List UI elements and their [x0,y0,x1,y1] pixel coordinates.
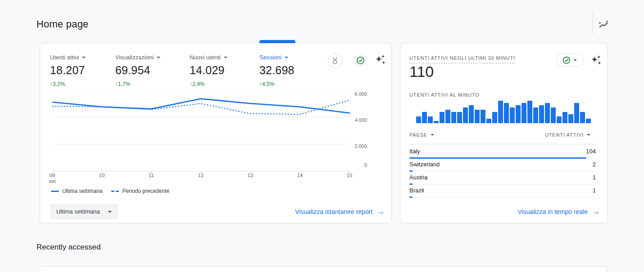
y-axis-tick-label: 0 [364,162,367,168]
metric-value: 18.207 [50,64,86,77]
insights-sparkle-icon[interactable] [373,54,386,67]
minute-bar[interactable] [586,119,591,123]
country-table: Italy 104 Switzerland 2 Austria 1 Brazil… [409,146,596,198]
metric-label: Visualizzazioni [115,54,154,61]
country-name: Austria [409,174,427,181]
data-quality-check-icon [562,56,571,64]
legend-label: Periodo precedente [122,188,169,194]
insights-sparkle-icon[interactable] [589,54,603,67]
metric-delta: 3,2% [53,81,65,87]
minute-bar[interactable] [562,112,567,123]
minute-bar[interactable] [527,101,532,123]
metric-value: 32.698 [259,64,295,77]
insights-sparkline-icon [597,18,610,31]
minute-bar[interactable] [445,110,450,123]
minute-bar[interactable] [416,116,421,123]
country-users: 104 [586,148,596,155]
legend-label: Ultima settimana [62,188,102,194]
benchmarking-medal-icon[interactable] [328,54,342,68]
minute-bar[interactable] [457,112,462,123]
chevron-down-icon [224,57,227,58]
chevron-down-icon [587,134,590,136]
dashed-line-swatch [111,191,119,192]
column-header-utenti-attivi[interactable]: UTENTI ATTIVI [545,132,596,138]
country-users: 2 [593,161,596,168]
data-quality-dropdown[interactable] [556,54,584,67]
metric-delta: 4,5% [262,81,274,87]
minute-bar[interactable] [434,121,439,123]
minute-bar[interactable] [451,112,456,123]
tab-sessioni[interactable]: Sessioni 32.698 ↑4,5% [259,54,295,87]
legend-item-previous: Periodo precedente [111,188,169,194]
link-label: Visualizza in tempo reale [518,208,588,215]
country-users: 1 [593,187,596,194]
trend-chart[interactable] [52,90,350,174]
recently-accessed-heading: Recently accessed [36,243,101,252]
minute-bar[interactable] [428,116,433,123]
minute-bar[interactable] [545,103,550,123]
y-axis-tick-label: 6.000 [354,91,367,97]
realtime-table-header: PAESE UTENTI ATTIVI [409,132,596,138]
minute-bar[interactable] [498,101,503,123]
tab-utenti-attivi[interactable]: Utenti attivi 18.207 ↑3,2% [50,54,86,87]
minute-bar[interactable] [469,105,474,123]
x-axis-labels: 09set101112131415 [40,173,392,186]
insights-button[interactable] [597,18,610,31]
overview-card: Utenti attivi 18.207 ↑3,2% Visualizzazio… [40,43,392,223]
realtime-title: UTENTI ATTIVI NEGLI ULTIMI 30 MINUTI [409,55,515,63]
minute-bar[interactable] [516,105,521,123]
table-row: Italy 104 [409,146,596,159]
column-header-paese[interactable]: PAESE [409,132,434,138]
minute-bar[interactable] [440,112,444,123]
column-label: PAESE [409,132,427,138]
view-realtime-link[interactable]: Visualizza in tempo reale → [518,208,600,215]
period-selector-value: Ultima settimana [56,208,100,215]
minute-bar[interactable] [551,107,556,123]
minute-bar[interactable] [492,112,497,123]
minute-bar[interactable] [557,116,562,123]
table-row: Switzerland 2 [409,159,596,172]
country-name: Brazil [409,187,424,194]
solid-line-swatch [51,191,59,192]
y-axis-tick-label: 2.000 [354,143,367,149]
chevron-down-icon [82,57,86,58]
country-name: Switzerland [409,161,440,168]
chart-legend: Ultima settimana Periodo precedente [51,188,169,194]
chevron-down-icon [108,211,112,213]
tab-visualizzazioni[interactable]: Visualizzazioni 69.954 ↑1,7% [115,54,160,87]
metric-label: Utenti attivi [50,54,79,61]
legend-item-current: Ultima settimana [51,188,102,194]
right-arrow-icon: → [592,208,600,215]
page-title: Home page [36,18,89,30]
metric-value: 69.954 [115,64,160,77]
minute-bar[interactable] [533,107,538,123]
minute-bar[interactable] [574,103,579,123]
minute-bar[interactable] [486,119,491,123]
table-header-divider [409,144,596,144]
minute-bar[interactable] [568,114,573,123]
minute-bar[interactable] [481,110,485,123]
minute-bar[interactable] [475,110,480,123]
realtime-card: UTENTI ATTIVI NEGLI ULTIMI 30 MINUTI 110… [400,43,608,223]
tab-nuovi-utenti[interactable]: Nuovi utenti 14.029 ↑2,4% [190,54,227,87]
metric-label: Sessioni [259,54,281,61]
minute-bar[interactable] [422,112,427,123]
column-label: UTENTI ATTIVI [545,132,584,138]
y-axis-labels: 6.0004.0002.0000 [353,43,367,178]
header-divider [592,13,593,35]
y-axis-tick-label: 4.000 [354,117,367,123]
minute-bar[interactable] [539,105,544,123]
minute-bar[interactable] [580,112,585,123]
country-name: Italy [409,148,420,155]
table-row: Brazil 1 [409,185,596,198]
period-selector-dropdown[interactable]: Ultima settimana [50,204,118,219]
minute-bar[interactable] [522,103,526,123]
view-reports-snapshot-link[interactable]: Visualizza istantanee report → [295,208,385,215]
x-axis-tick-label: 15 [340,173,358,178]
minute-bar[interactable] [510,107,515,123]
minute-bar-chart [416,101,593,123]
chevron-down-icon [157,57,160,58]
minute-bar[interactable] [504,103,509,123]
minute-bar[interactable] [463,107,468,123]
x-axis-tick-label: 09set [43,173,61,184]
